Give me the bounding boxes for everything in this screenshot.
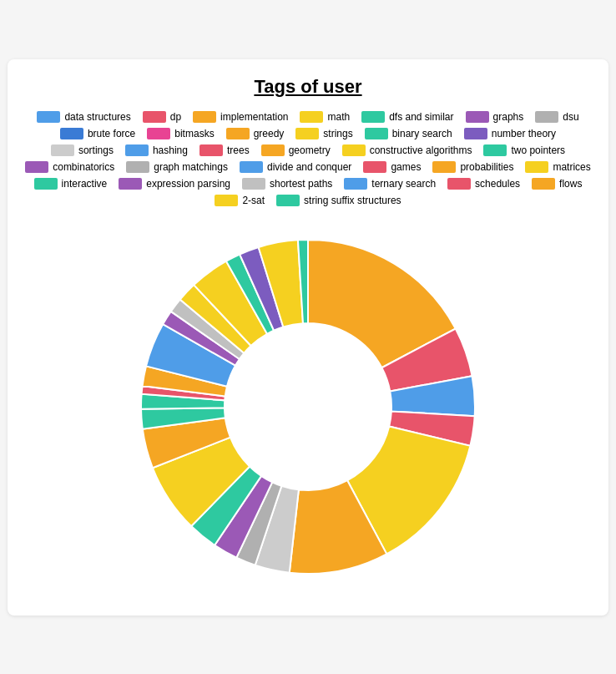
legend-item: ternary search [344,178,436,190]
legend-item: math [300,111,350,123]
legend-label: bitmasks [174,128,214,139]
legend-label: flows [559,178,582,190]
legend-label: brute force [88,128,135,139]
legend-item: games [363,161,421,173]
legend-color-box [361,111,385,123]
legend-item: bitmasks [147,128,214,139]
legend-label: games [391,161,421,173]
legend-item: two pointers [483,144,565,156]
legend-label: ternary search [371,178,436,190]
legend-label: hashing [153,144,188,156]
legend-item: data structures [37,111,130,123]
legend-label: math [327,111,350,123]
legend-item: constructive algorithms [342,144,472,156]
legend-color-box [344,178,367,190]
legend-item: dfs and similar [361,111,453,123]
page-title: Tags of user [24,76,592,98]
legend-color-box [147,128,170,139]
legend-label: dsu [563,111,578,123]
legend-item: matrices [525,161,590,173]
legend-color-box [365,128,388,139]
legend-color-box [215,195,238,206]
main-card: Tags of user data structuresdpimplementa… [8,59,608,616]
legend-label: strings [323,128,352,139]
legend-label: number theory [492,128,556,139]
legend-item: hashing [125,144,188,156]
legend-color-box [37,111,60,123]
legend-item: greedy [226,128,285,139]
legend-color-box [300,111,323,123]
legend-label: data structures [64,111,130,123]
legend-item: dsu [535,111,578,123]
legend-label: divide and conquer [267,161,351,173]
legend-color-box [34,178,58,190]
legend: data structuresdpimplementationmathdfs a… [24,111,592,206]
legend-label: graphs [493,111,524,123]
legend-item: divide and conquer [240,161,351,173]
legend-color-box [226,128,250,139]
legend-color-box [363,161,386,173]
legend-item: shortest paths [242,178,332,190]
legend-item: brute force [60,128,135,139]
donut-chart [116,223,500,590]
legend-color-box [60,128,83,139]
legend-item: probabilities [432,161,513,173]
legend-label: matrices [553,161,590,173]
legend-color-box [242,178,265,190]
legend-label: constructive algorithms [370,144,472,156]
legend-label: expression parsing [146,178,230,190]
legend-color-box [25,161,48,173]
legend-item: trees [199,144,250,156]
legend-item: geometry [261,144,331,156]
legend-label: schedules [475,178,520,190]
legend-label: greedy [254,128,285,139]
legend-label: dp [170,111,181,123]
legend-item: sortings [51,144,114,156]
legend-label: binary search [392,128,452,139]
legend-color-box [532,178,555,190]
legend-color-box [51,144,74,156]
legend-item: dp [143,111,181,123]
legend-color-box [125,144,149,156]
legend-color-box [535,111,558,123]
legend-item: 2-sat [215,195,265,206]
legend-item: schedules [447,178,520,190]
legend-color-box [199,144,223,156]
legend-color-box [143,111,166,123]
legend-item: interactive [34,178,108,190]
legend-label: probabilities [460,161,513,173]
legend-color-box [342,144,366,156]
legend-item: combinatorics [25,161,114,173]
legend-color-box [466,111,489,123]
legend-label: implementation [220,111,288,123]
legend-item: implementation [193,111,288,123]
legend-color-box [525,161,548,173]
legend-color-box [126,161,149,173]
legend-label: dfs and similar [389,111,453,123]
legend-color-box [295,128,319,139]
legend-color-box [193,111,216,123]
legend-color-box [119,178,142,190]
legend-label: interactive [62,178,108,190]
legend-item: binary search [365,128,452,139]
legend-item: graph matchings [126,161,228,173]
legend-item: graphs [466,111,524,123]
legend-label: combinatorics [53,161,114,173]
legend-label: graph matchings [154,161,228,173]
legend-label: string suffix structures [304,195,401,206]
legend-label: geometry [289,144,331,156]
chart-container [24,223,592,590]
legend-item: string suffix structures [276,195,401,206]
legend-label: two pointers [511,144,565,156]
legend-color-box [464,128,487,139]
legend-label: trees [227,144,250,156]
legend-item: expression parsing [119,178,230,190]
legend-color-box [483,144,507,156]
legend-label: shortest paths [270,178,332,190]
legend-item: number theory [464,128,556,139]
legend-color-box [447,178,471,190]
legend-color-box [240,161,263,173]
legend-color-box [261,144,285,156]
legend-color-box [432,161,456,173]
legend-label: sortings [78,144,114,156]
